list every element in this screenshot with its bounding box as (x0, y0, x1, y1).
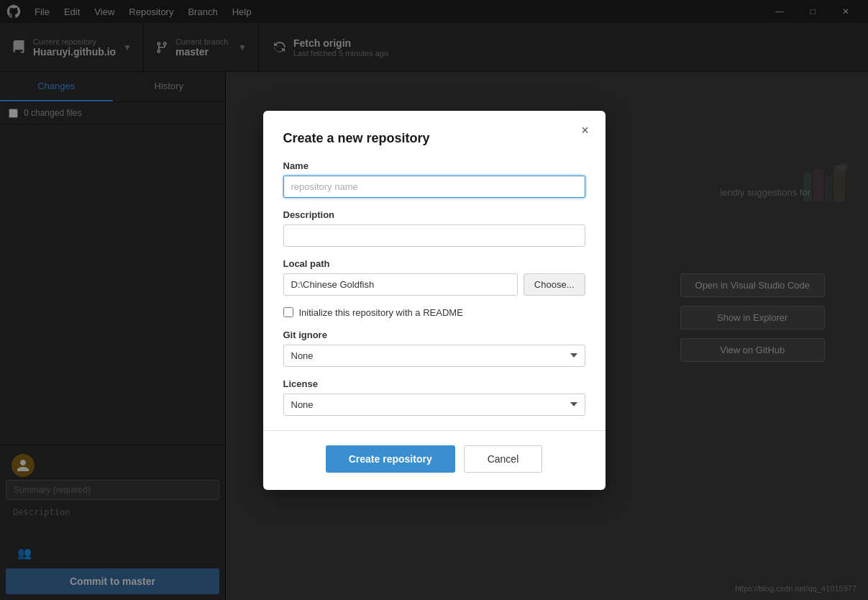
choose-button[interactable]: Choose... (524, 273, 585, 296)
init-readme-checkbox[interactable] (283, 307, 293, 317)
license-label: License (283, 378, 585, 389)
description-label: Description (283, 209, 585, 220)
modal-footer: Create repository Cancel (283, 445, 585, 473)
git-ignore-select[interactable]: None (283, 345, 585, 367)
modal-divider (263, 430, 606, 431)
create-repository-modal: Create a new repository × Name Descripti… (263, 111, 606, 490)
description-form-group: Description (283, 209, 585, 247)
local-path-row: Choose... (283, 273, 585, 296)
license-select[interactable]: None (283, 394, 585, 416)
name-input[interactable] (283, 176, 585, 198)
license-form-group: License None (283, 378, 585, 416)
description-input[interactable] (283, 224, 585, 247)
local-path-label: Local path (283, 258, 585, 269)
modal-overlay: Create a new repository × Name Descripti… (0, 0, 868, 600)
local-path-form-group: Local path Choose... (283, 258, 585, 296)
init-readme-label: Initialize this repository with a README (299, 307, 463, 318)
name-label: Name (283, 160, 585, 171)
modal-close-button[interactable]: × (577, 122, 594, 140)
name-form-group: Name (283, 160, 585, 198)
init-readme-row: Initialize this repository with a README (283, 307, 585, 318)
create-repository-button[interactable]: Create repository (326, 445, 455, 473)
git-ignore-form-group: Git ignore None (283, 329, 585, 367)
cancel-button[interactable]: Cancel (464, 445, 543, 473)
git-ignore-label: Git ignore (283, 329, 585, 340)
local-path-input[interactable] (283, 273, 518, 296)
modal-title: Create a new repository (283, 131, 585, 146)
